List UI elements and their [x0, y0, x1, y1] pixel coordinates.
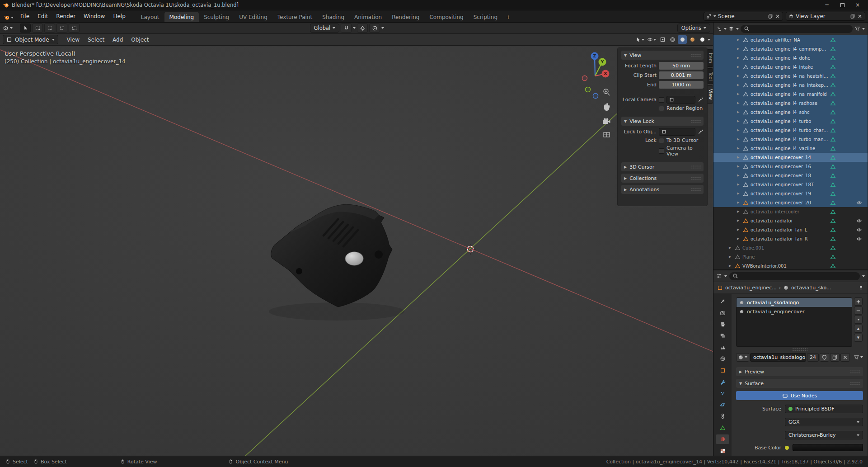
view-lock-section-header[interactable]: ▼ View Lock: [621, 117, 704, 126]
n-panel-tab-tool[interactable]: Tool: [708, 68, 713, 84]
material-slot[interactable]: octavia1u_enginecover: [737, 307, 852, 316]
expand-arrow-icon[interactable]: ▶: [737, 128, 741, 132]
topbar-menu-window[interactable]: Window: [80, 12, 109, 20]
workspace-tab-texture-paint[interactable]: Texture Paint: [272, 12, 317, 22]
blender-menu-button[interactable]: [3, 14, 16, 22]
move-slot-down-button[interactable]: ▼: [854, 334, 863, 342]
mesh-data-icon[interactable]: [830, 227, 836, 233]
render-region-checkbox[interactable]: [659, 106, 664, 111]
shading-solid-button[interactable]: [678, 35, 687, 44]
mesh-data-icon[interactable]: [830, 82, 836, 88]
mesh-data-icon[interactable]: [830, 73, 836, 79]
panel-header-3d-cursor[interactable]: ▶3D Cursor: [621, 162, 704, 171]
new-material-button[interactable]: [830, 353, 840, 362]
editor-type-chevron[interactable]: [724, 28, 727, 30]
select-mode-new-button[interactable]: [20, 24, 31, 33]
outliner-item[interactable]: ▶octavia1u_enginecover_14: [713, 153, 868, 162]
outliner-item[interactable]: ▶octavia1u_engine_i4_turbo_manifold: [713, 135, 868, 144]
expand-arrow-icon[interactable]: ▶: [737, 146, 741, 150]
shading-material-button[interactable]: [688, 35, 697, 44]
expand-arrow-icon[interactable]: ▶: [729, 246, 733, 250]
properties-options-chevron[interactable]: [862, 275, 865, 277]
mesh-data-icon[interactable]: [830, 254, 836, 260]
select-mode-intersect-button[interactable]: [69, 24, 80, 33]
expand-arrow-icon[interactable]: ▶: [737, 92, 741, 96]
viewport-menu-object[interactable]: Object: [127, 35, 153, 44]
properties-tab-texture[interactable]: [716, 446, 729, 455]
mesh-data-icon[interactable]: [830, 37, 836, 43]
new-view-layer-icon[interactable]: [850, 14, 855, 19]
expand-arrow-icon[interactable]: ▶: [737, 210, 741, 213]
visibility-eye-icon[interactable]: [856, 227, 863, 233]
outliner-item[interactable]: ▶octavia1u_airfilter_NA: [713, 35, 868, 44]
properties-tab-object-data[interactable]: [716, 423, 729, 433]
filter-icon[interactable]: [854, 26, 860, 32]
outliner-item[interactable]: ▶octavia1u_engine_i4_vacline: [713, 144, 868, 153]
outliner-item-name[interactable]: VWBoraInterior.001: [742, 264, 829, 269]
mesh-data-icon[interactable]: [830, 100, 836, 106]
surface-shader-dropdown[interactable]: Principled BSDF: [785, 405, 863, 413]
browse-material-button[interactable]: [736, 353, 749, 362]
visibility-eye-icon[interactable]: [856, 218, 863, 224]
slot-specials-button[interactable]: [854, 316, 863, 324]
select-mode-extend-button[interactable]: [32, 24, 43, 33]
close-button[interactable]: ×: [850, 0, 865, 10]
material-slot[interactable]: octavia1u_skodalogo: [737, 298, 852, 307]
breadcrumb-object[interactable]: octavia1u_enginec...: [725, 285, 777, 291]
panel-header-annotations[interactable]: ▶Annotations: [621, 185, 704, 194]
outliner-item[interactable]: ▶octavia1u_enginecover_18T: [713, 180, 868, 189]
camera-to-view-checkbox[interactable]: [659, 148, 664, 154]
lock-3d-cursor-checkbox[interactable]: [659, 138, 664, 143]
filter-chevron[interactable]: [860, 356, 863, 358]
select-mode-invert-button[interactable]: [56, 24, 67, 33]
mode-dropdown[interactable]: Object Mode: [3, 35, 58, 44]
editor-type-icon[interactable]: [3, 25, 9, 31]
expand-arrow-icon[interactable]: ▶: [737, 110, 741, 114]
workspace-tab-compositing[interactable]: Compositing: [424, 12, 468, 22]
outliner-item[interactable]: ▶VWBoraInterior.001: [713, 261, 868, 269]
use-nodes-button[interactable]: Use Nodes: [736, 391, 863, 400]
outliner-item[interactable]: ▶octavia1u_engine_i4_turbo_chargepipe: [713, 126, 868, 135]
gizmo-axis-y-neg[interactable]: [586, 87, 591, 92]
properties-tab-particles[interactable]: [716, 388, 729, 398]
outliner-item[interactable]: ▶octavia1u_engine_i4_dohc: [713, 53, 868, 62]
outliner-search-input[interactable]: [741, 25, 853, 33]
workspace-tab-uv-editing[interactable]: UV Editing: [234, 12, 272, 22]
outliner-item-name[interactable]: octavia1u_engine_i4_turbo_chargepipe: [751, 128, 829, 133]
mesh-data-icon[interactable]: [830, 155, 836, 160]
visibility-eye-icon[interactable]: [856, 236, 863, 242]
expand-arrow-icon[interactable]: ▶: [737, 56, 741, 60]
outliner-item-name[interactable]: octavia1u_engine_i4_na_manifold: [751, 92, 829, 97]
gizmo-axis-z-neg[interactable]: [593, 94, 598, 99]
mesh-data-icon[interactable]: [830, 209, 836, 215]
outliner-item-name[interactable]: octavia1u_enginecover_20: [751, 200, 829, 205]
expand-arrow-icon[interactable]: ▶: [737, 219, 741, 222]
properties-tab-physics[interactable]: [716, 400, 729, 410]
mesh-data-icon[interactable]: [830, 245, 836, 251]
new-scene-icon[interactable]: [768, 14, 773, 19]
display-mode-chevron[interactable]: [736, 28, 739, 30]
expand-arrow-icon[interactable]: ▶: [737, 101, 741, 105]
xray-toggle-button[interactable]: [658, 35, 667, 44]
breadcrumb-material[interactable]: octavia1u_sko...: [791, 285, 831, 291]
properties-tab-constraints[interactable]: [716, 411, 729, 421]
outliner-item[interactable]: ▶octavia1u_enginecover_19: [713, 189, 868, 198]
base-color-swatch[interactable]: [793, 444, 863, 451]
outliner-item-name[interactable]: Cube.001: [742, 245, 829, 250]
workspace-tab-sculpting[interactable]: Sculpting: [199, 12, 234, 22]
outliner-item-name[interactable]: octavia1u_enginecover_19: [751, 191, 829, 196]
mesh-data-icon[interactable]: [830, 218, 836, 224]
expand-arrow-icon[interactable]: ▶: [737, 47, 741, 51]
mesh-data-icon[interactable]: [830, 200, 836, 206]
outliner-item-name[interactable]: octavia1u_engine_i4_na_intakepipe: [751, 83, 829, 88]
visibility-eye-icon[interactable]: [856, 200, 863, 206]
mesh-data-icon[interactable]: [830, 127, 836, 133]
outliner-item-name[interactable]: octavia1u_engine_i4_dohc: [751, 56, 829, 61]
properties-search-input[interactable]: [729, 272, 860, 280]
snap-toggle-button[interactable]: [341, 24, 352, 33]
outliner-item[interactable]: ▶octavia1u_engine_i4_intake: [713, 62, 868, 71]
options-dropdown[interactable]: Options: [677, 24, 710, 33]
outliner-item-name[interactable]: Plane: [742, 255, 829, 259]
filter-chevron[interactable]: [862, 28, 865, 30]
n-panel-tab-view[interactable]: View: [708, 85, 713, 104]
